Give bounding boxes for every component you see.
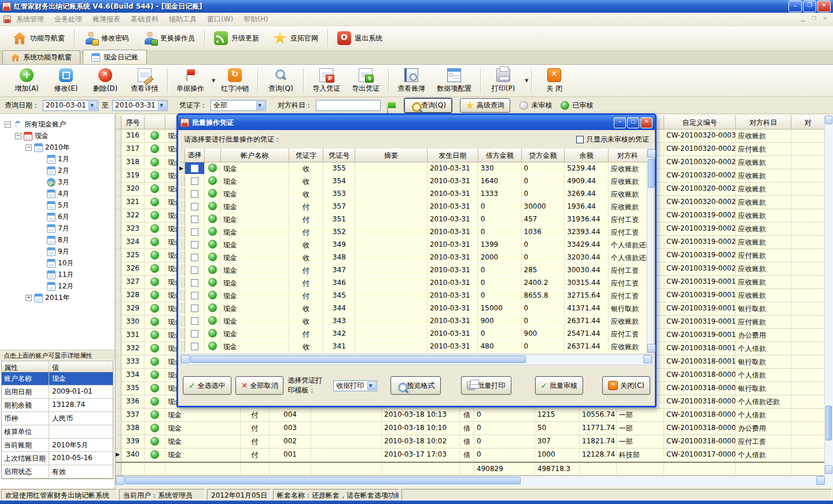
dialog-row[interactable]: 现金 收 354 2010-03-31 1640 0 4909.44 应收账款 (179, 175, 647, 188)
row-checkbox[interactable] (191, 343, 198, 350)
horizontal-scroll-thumb[interactable] (190, 355, 526, 363)
property-row[interactable]: 启用日期 2009-01-01 (2, 386, 113, 399)
subject-input[interactable] (316, 100, 381, 111)
scroll-up-icon[interactable] (647, 149, 655, 158)
tree-expander-icon[interactable] (38, 202, 45, 209)
grid-header-cell[interactable] (145, 116, 165, 129)
grid-row[interactable]: 338 现金 付 003 2010-03-18 10:10 借 0 50 117… (116, 422, 825, 435)
upgrade-button[interactable]: 升级更新 (207, 29, 266, 47)
data-config-button[interactable]: 数据项配置 (431, 67, 477, 95)
query-submit-button[interactable]: 查询(Q) (404, 98, 452, 113)
tree-item[interactable]: 12月 (0, 280, 115, 292)
tree-expander-icon[interactable] (25, 144, 32, 151)
date-from-combo[interactable]: 2010-03-01 (43, 100, 98, 111)
tree-item[interactable]: 8月 (0, 234, 115, 246)
tree-expander-icon[interactable] (5, 121, 11, 128)
property-row[interactable]: 上次结账日期 2010-05-16 (2, 452, 113, 465)
row-checkbox[interactable] (191, 254, 198, 261)
grid-header-cell[interactable]: 对 (791, 116, 825, 129)
print-button[interactable]: 打印(P) (484, 67, 523, 95)
grid-header-cell[interactable]: 对方科目 (736, 116, 791, 129)
row-checkbox[interactable] (191, 241, 198, 249)
dialog-minimize-button[interactable] (614, 117, 626, 128)
chevron-down-icon[interactable] (158, 101, 167, 110)
row-checkbox[interactable] (191, 330, 198, 338)
dialog-row[interactable]: 现金 收 343 2010-03-31 900 0 26371.44 应收账款 (179, 315, 647, 328)
dialog-header-cell[interactable]: 对方科 (609, 149, 647, 162)
scroll-up-icon[interactable] (825, 116, 832, 124)
tree-expander-icon[interactable] (38, 225, 45, 232)
menu-window[interactable]: 窗口(W) (207, 14, 233, 24)
property-row[interactable]: 账户名称 现金 (2, 372, 113, 386)
tree-item[interactable]: 2010年 (0, 142, 115, 153)
change-password-button[interactable]: 修改密码 (77, 29, 136, 47)
vertical-scroll-thumb[interactable] (825, 406, 832, 440)
dialog-header-cell[interactable] (205, 149, 221, 162)
grid-header-cell[interactable]: 序号 (121, 116, 145, 129)
tree-item[interactable]: 5月 (0, 199, 115, 211)
dialog-row[interactable]: 现金 付 351 2010-03-31 0 457 31936.44 应付工资 (179, 213, 647, 226)
tree-item[interactable]: 2月 (0, 165, 115, 176)
date-to-combo[interactable]: 2010-03-31 (112, 100, 168, 111)
mdi-minimize-icon[interactable]: ▁ (798, 15, 808, 23)
only-unaudited-checkbox[interactable] (576, 136, 584, 143)
select-all-button[interactable]: ✓ 全选选中 (183, 376, 231, 395)
delete-button[interactable]: 删除(D) (86, 67, 125, 95)
tab-cash-journal[interactable]: 现金日记账 (83, 50, 147, 64)
dialog-row[interactable]: 现金 收 344 2010-03-31 15000 0 41371.44 银行取… (179, 302, 647, 315)
tree-expander-icon[interactable] (38, 168, 45, 174)
property-row[interactable]: 币种 人民币 (2, 412, 113, 425)
mdi-close-icon[interactable]: ✕ (820, 15, 830, 23)
mdi-restore-icon[interactable]: ❐ (809, 15, 819, 23)
row-checkbox[interactable] (191, 165, 198, 172)
row-checkbox[interactable] (191, 177, 198, 185)
red-flush-button[interactable]: 红字冲销 (215, 67, 255, 95)
tree-item[interactable]: 11月 (0, 269, 115, 280)
dialog-header-cell[interactable]: 贷方金额 (522, 149, 565, 162)
query-button[interactable]: 查询(Q) (261, 67, 300, 95)
property-row[interactable]: 期初余额 13128.74 (2, 399, 113, 412)
horizontal-scroll-thumb[interactable] (125, 477, 521, 484)
grid-row[interactable]: 340 现金 付 001 2010-03-17 17:03 借 0 1000 1… (116, 449, 825, 462)
dialog-header-cell[interactable]: 余额 (565, 149, 609, 162)
print-template-combo[interactable]: 收据打印 (333, 380, 377, 391)
scroll-right-icon[interactable] (816, 476, 825, 485)
tree-expander-icon[interactable] (25, 295, 32, 301)
row-checkbox[interactable] (191, 279, 198, 287)
menu-business[interactable]: 业务处理 (54, 14, 82, 24)
dialog-row[interactable]: 现金 收 355 2010-03-31 330 0 5239.44 应收账款 (179, 162, 647, 175)
document-ops-button[interactable]: 单据操作 (171, 67, 210, 95)
row-checkbox[interactable] (191, 266, 198, 274)
export-voucher-button[interactable]: ↯ 导出凭证 (346, 67, 385, 95)
menu-system[interactable]: 系统管理 (16, 14, 44, 24)
dialog-header-cell[interactable]: 摘要 (355, 149, 427, 162)
import-voucher-button[interactable]: P 导入凭证 (307, 67, 346, 95)
close-view-button[interactable]: 关 闭 (535, 67, 574, 95)
close-button[interactable] (817, 1, 831, 12)
tab-nav-window[interactable]: 系统功能导航窗 (2, 50, 80, 64)
dialog-row[interactable]: 现金 付 347 2010-03-31 0 285 30030.44 应付工资 (179, 264, 647, 277)
horizontal-scrollbar[interactable] (116, 476, 825, 486)
tree-expander-icon[interactable] (38, 283, 45, 290)
tree-item[interactable]: 2011年 (0, 292, 115, 303)
grid-row[interactable]: 339 现金 付 002 2010-03-18 10:02 借 0 307 11… (116, 435, 825, 449)
batch-audit-button[interactable]: ✓ 批量审核 (535, 376, 584, 395)
chevron-down-icon[interactable] (367, 381, 376, 390)
view-ledger-button[interactable]: 查看账簿 (392, 67, 431, 95)
dialog-header-cell[interactable]: 凭证号 (323, 149, 355, 162)
row-checkbox[interactable] (191, 292, 198, 299)
row-checkbox[interactable] (191, 305, 198, 312)
green-flag-icon[interactable] (384, 101, 393, 110)
restore-button[interactable] (803, 1, 816, 12)
add-button[interactable]: 增加(A) (7, 67, 46, 95)
grid-row[interactable]: 337 现金 付 004 2010-03-18 10:13 借 0 1215 1… (116, 409, 825, 422)
chevron-down-icon[interactable] (256, 101, 265, 110)
tree-item[interactable]: 7月 (0, 223, 115, 234)
dialog-row[interactable]: 现金 付 342 2010-03-31 0 900 25471.44 应付工资 (179, 328, 647, 340)
tree-item[interactable]: 1月 (0, 153, 115, 165)
vertical-scroll-thumb[interactable] (648, 159, 655, 188)
tree-item[interactable]: 现金 (0, 130, 115, 142)
dialog-row[interactable]: 现金 付 346 2010-03-31 0 2400.2 30315.44 应付… (179, 277, 647, 290)
scroll-left-icon[interactable] (181, 355, 190, 364)
menu-help[interactable]: 帮助(H) (244, 14, 268, 24)
